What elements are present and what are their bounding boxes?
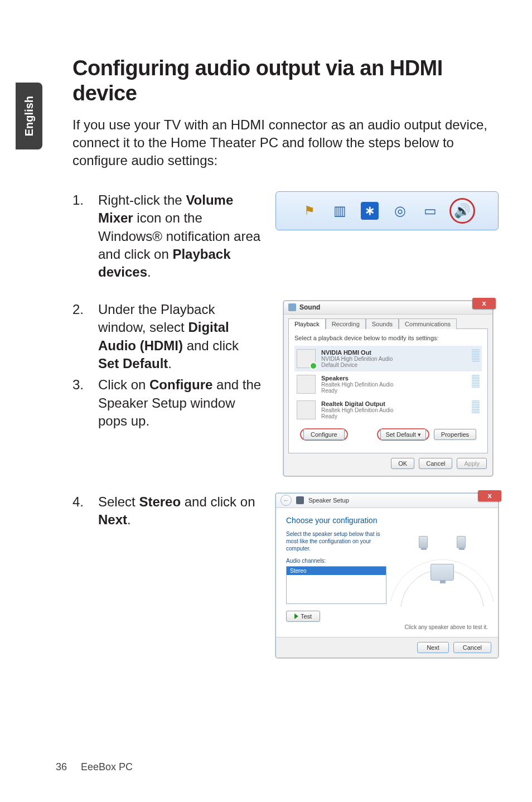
device-name: Speakers [321, 375, 394, 381]
left-speaker-icon[interactable] [419, 536, 428, 548]
setdefault-highlight: Set Default [377, 428, 429, 441]
device-speakers[interactable]: Speakers Realtek High Definition Audio R… [294, 371, 482, 397]
action-center-icon: ⚑ [299, 200, 320, 221]
page-number: 36 [56, 761, 78, 773]
footer-title: EeeBox PC [81, 761, 133, 772]
device-nvidia-hdmi[interactable]: NVIDIA HDMI Out NVIDIA High Definition A… [294, 346, 482, 371]
device-status: Ready [321, 388, 394, 394]
tab-playback[interactable]: Playback [288, 318, 326, 329]
step-3-bold-a: Configure [149, 377, 212, 392]
step-4-number: 4. [72, 493, 98, 529]
step-2-bold-b: Set Default [98, 356, 168, 371]
intro-paragraph: If you use your TV with an HDMI connecto… [72, 116, 493, 170]
cancel-button[interactable]: Cancel [419, 458, 452, 469]
page-footer: 36 EeeBox PC [56, 761, 133, 773]
magnifier-icon: ◎ [389, 200, 410, 221]
speaker-layout-illustration [396, 530, 488, 614]
step-4-text-a: Select [98, 494, 139, 509]
volume-icon: 🔊 [449, 198, 475, 224]
audio-channels-listbox[interactable]: Stereo [286, 566, 386, 604]
sound-tabs: Playback Recording Sounds Communications [284, 315, 492, 328]
speaker-setup-sub: Select the speaker setup below that is m… [286, 530, 386, 552]
step-3-text-a: Click on [98, 377, 149, 392]
test-button[interactable]: Test [286, 611, 320, 622]
network-blocked-icon: ▥ [329, 200, 350, 221]
step-1-text-a: Right-click the [98, 192, 186, 207]
configure-highlight: Configure [300, 428, 348, 441]
device-icon-speakers [297, 375, 316, 394]
device-icon-hdmi [297, 349, 316, 368]
step-2-number: 2. [72, 301, 98, 373]
ok-button[interactable]: OK [391, 458, 414, 469]
step-4-bold-b: Next [98, 512, 127, 527]
tab-sounds[interactable]: Sounds [366, 318, 399, 329]
next-button[interactable]: Next [417, 642, 449, 653]
playback-instruction: Select a playback device below to modify… [294, 335, 482, 341]
sound-dialog-icon [288, 303, 296, 311]
level-meter [472, 400, 480, 413]
tab-recording[interactable]: Recording [326, 318, 366, 329]
monitor-icon [431, 564, 454, 581]
apply-button[interactable]: Apply [457, 458, 487, 469]
device-icon-digital [297, 400, 316, 419]
test-label: Test [301, 613, 312, 620]
language-side-tab: English [16, 83, 42, 149]
step-1-number: 1. [72, 191, 98, 282]
sound-dialog: x Sound Playback Recording Sounds Commun… [283, 301, 493, 476]
speaker-setup-dialog: x ← Speaker Setup Choose your configurat… [275, 493, 499, 658]
device-detail: NVIDIA High Definition Audio [321, 356, 393, 362]
step-1-body: Right-click the Volume Mixer icon on the… [98, 191, 262, 282]
language-label: English [23, 96, 36, 136]
properties-button[interactable]: Properties [434, 429, 476, 440]
back-icon[interactable]: ← [280, 495, 292, 506]
cancel-button[interactable]: Cancel [453, 642, 491, 653]
step-2-body: Under the Playback window, select Digita… [98, 301, 262, 373]
step-4-text-c: . [127, 512, 131, 527]
step-4-bold-a: Stereo [139, 494, 181, 509]
default-check-icon [309, 362, 317, 370]
page-heading: Configuring audio output via an HDMI dev… [72, 56, 493, 106]
level-meter [472, 349, 480, 362]
audio-channels-label: Audio channels: [286, 558, 386, 564]
speaker-setup-heading: Choose your configuration [286, 516, 488, 525]
bluetooth-icon: ∗ [359, 200, 380, 221]
device-icon: ▭ [419, 200, 441, 221]
step-2: 2. Under the Playback window, select Dig… [72, 301, 262, 373]
step-3-number: 3. [72, 376, 98, 430]
close-button[interactable]: x [472, 298, 496, 309]
step-4-text-b: and click on [181, 494, 255, 509]
sound-dialog-title: Sound [299, 303, 320, 311]
device-realtek-digital[interactable]: Realtek Digital Output Realtek High Defi… [294, 397, 482, 423]
device-name: NVIDIA HDMI Out [321, 349, 393, 356]
device-name: Realtek Digital Output [321, 400, 394, 407]
step-1: 1. Right-click the Volume Mixer icon on … [72, 191, 262, 282]
stereo-option[interactable]: Stereo [287, 567, 386, 575]
step-1-text-c: . [147, 264, 151, 279]
step-4-body: Select Stereo and click on Next. [98, 493, 262, 529]
device-detail: Realtek High Definition Audio [321, 381, 394, 388]
level-meter [472, 375, 480, 388]
device-status: Ready [321, 413, 394, 419]
step-3: 3. Click on Configure and the Speaker Se… [72, 376, 262, 430]
device-detail: Realtek High Definition Audio [321, 407, 394, 413]
tab-communications[interactable]: Communications [399, 318, 457, 329]
speaker-setup-title: Speaker Setup [308, 497, 349, 504]
close-button[interactable]: x [478, 490, 501, 501]
speaker-setup-icon [296, 496, 304, 504]
set-default-button[interactable]: Set Default [380, 429, 425, 440]
right-speaker-icon[interactable] [457, 536, 466, 548]
step-2-text-c: . [168, 356, 172, 371]
step-3-body: Click on Configure and the Speaker Setup… [98, 376, 262, 430]
device-status: Default Device [321, 362, 393, 368]
configure-button[interactable]: Configure [303, 429, 345, 440]
step-4: 4. Select Stereo and click on Next. [72, 493, 262, 529]
play-icon [294, 613, 298, 619]
speaker-test-hint: Click any speaker above to test it. [286, 624, 488, 630]
step-2-text-b: and click [183, 338, 239, 353]
system-tray-illustration: ⚑ ▥ ∗ ◎ ▭ 🔊 [275, 191, 499, 230]
